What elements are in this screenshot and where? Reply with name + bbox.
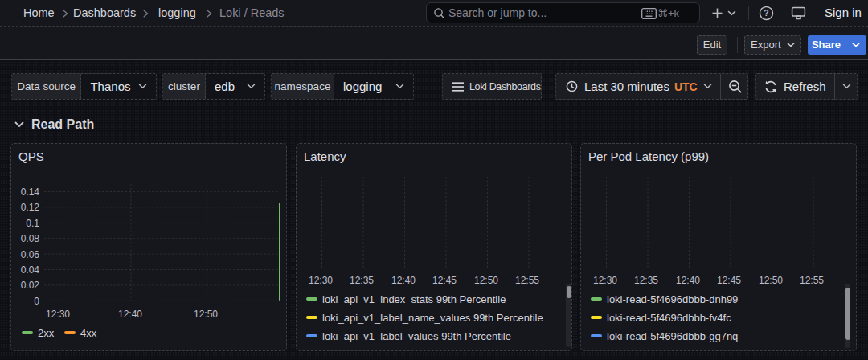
svg-text:?: ? <box>764 8 768 18</box>
